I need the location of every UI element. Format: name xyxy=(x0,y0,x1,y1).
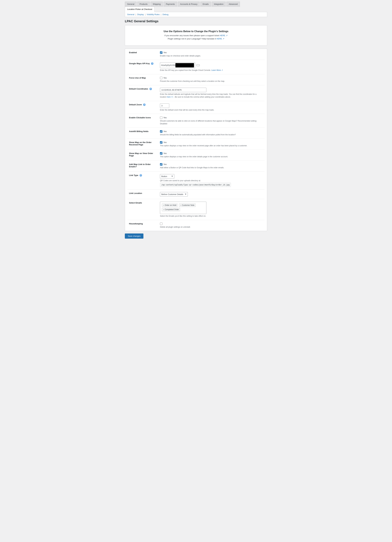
desc-link-type: QR Codes are saved to your uploads direc… xyxy=(160,179,263,187)
label-map-link-emails: Add Map Link to Order Emails? xyxy=(127,161,158,172)
row-housekeeping: Housekeeping Delete all plugin settings … xyxy=(127,220,265,231)
label-api-key: Google Maps API Key ? xyxy=(127,60,158,74)
checkbox-map-view-order-label: Yes xyxy=(163,152,167,154)
row-zoom: Default Zoom ? Enter the default zoom th… xyxy=(127,101,265,114)
settings-table: Enabled Yes Enable map on checkout and o… xyxy=(127,49,265,231)
desc-select-emails: Select the Emails you'd like this settin… xyxy=(160,215,263,217)
subnav-display[interactable]: Display xyxy=(137,13,144,16)
save-button[interactable]: Save changes xyxy=(125,233,143,238)
qr-path-display: /wp-content/uploads/lpac-qr-codes/year/m… xyxy=(160,183,231,187)
external-link-icon-2: ↗ xyxy=(223,38,224,40)
tag-completed-order[interactable]: × Completed Order xyxy=(162,208,180,211)
field-link-type: Button QR Code QR Codes are saved to you… xyxy=(158,172,265,190)
subnav-debug[interactable]: Debug xyxy=(163,13,168,16)
api-key-redacted xyxy=(175,63,194,67)
desc-housekeeping: Delete all plugin settings on uninstall. xyxy=(160,226,263,228)
label-link-location: Link Location xyxy=(127,190,158,199)
desc-zoom: Enter the default zoom that will be used… xyxy=(160,108,263,111)
help-icon-coordinates[interactable]: ? xyxy=(149,88,152,90)
tag-remove-customer-note[interactable]: × xyxy=(180,204,181,206)
coordinates-input[interactable] xyxy=(160,88,206,92)
tab-location-picker[interactable]: Location Picker at Checkout xyxy=(125,7,155,12)
row-map-order-received: Show Map on the Order Received Page Yes … xyxy=(127,139,265,150)
row-api-key: Google Maps API Key ? AIzaSyDyXUSN xyxy=(127,60,265,74)
info-box-line2: Plugin settings not in your Language? He… xyxy=(128,38,264,40)
external-link-icon-1: ↗ xyxy=(226,34,228,37)
api-key-show-button[interactable] xyxy=(196,64,200,66)
checkbox-clickable-icons[interactable] xyxy=(160,116,163,119)
support-link[interactable]: HERE ↗ xyxy=(220,34,228,37)
field-housekeeping: Delete all plugin settings on uninstall. xyxy=(158,220,265,231)
checkbox-force-map[interactable] xyxy=(160,77,163,79)
info-box: Use the Options Below to Change the Plug… xyxy=(125,25,267,46)
checkbox-autofill-label: Yes xyxy=(163,130,167,133)
sub-nav-sep-1: | xyxy=(136,13,136,16)
tab-advanced[interactable]: Advanced xyxy=(226,1,240,7)
field-map-link-emails: Yes Add either a Button or QR Code that … xyxy=(158,161,265,172)
desc-api-key: Enter the API key you copied from the Go… xyxy=(160,69,263,72)
label-zoom: Default Zoom ? xyxy=(127,101,158,114)
checkbox-enabled-label: Yes xyxy=(163,51,167,54)
row-enabled: Enabled Yes Enable map on checkout and o… xyxy=(127,49,265,60)
tag-remove-order-on-hold[interactable]: × xyxy=(163,204,164,206)
checkbox-housekeeping[interactable] xyxy=(160,222,163,225)
desc-coordinates: Enter the default latitude and logitude … xyxy=(160,93,263,98)
tag-customer-note[interactable]: × Customer Note xyxy=(179,204,196,207)
checkbox-map-view-order[interactable] xyxy=(160,152,163,155)
field-autofill: Yes Should the billing fields be automat… xyxy=(158,128,265,139)
tag-remove-completed-order[interactable]: × xyxy=(163,209,164,211)
api-key-combined-input: AIzaSyDyXUSN xyxy=(160,62,195,68)
checkbox-autofill[interactable] xyxy=(160,130,163,133)
api-key-prefix: AIzaSyDyXUSN xyxy=(161,64,175,66)
tab-shipping[interactable]: Shipping xyxy=(151,1,163,7)
subnav-visibility-rules[interactable]: Visibility Rules xyxy=(147,13,160,16)
checkbox-enabled[interactable] xyxy=(160,51,163,54)
help-icon-api-key[interactable]: ? xyxy=(151,62,153,65)
link-type-select[interactable]: Button QR Code xyxy=(160,174,174,179)
tab-emails[interactable]: Emails xyxy=(200,1,211,7)
tab-products[interactable]: Products xyxy=(137,1,150,7)
field-zoom: Enter the default zoom that will be used… xyxy=(158,101,265,114)
zoom-input[interactable] xyxy=(160,103,169,108)
tab-general[interactable]: General xyxy=(125,1,136,7)
tag-order-on-hold[interactable]: × Order on Hold xyxy=(162,204,178,207)
tab-accounts-privacy[interactable]: Accounts & Privacy xyxy=(178,1,200,7)
label-autofill: Autofill Billing fields xyxy=(127,128,158,139)
sub-navigation: General | Display | Visibility Rules | D… xyxy=(125,12,267,17)
sub-nav-sep-2: | xyxy=(145,13,145,16)
checkbox-clickable-icons-label: Yes xyxy=(163,116,167,119)
tab-integration[interactable]: Integration xyxy=(212,1,226,7)
tag-label-completed-order: Completed Order xyxy=(165,208,179,211)
row-clickable-icons: Enable Clickable Icons Yes Should custom… xyxy=(127,114,265,128)
help-icon-link-type[interactable]: ? xyxy=(140,174,142,177)
email-tags-container[interactable]: × Order on Hold × Customer Note × Comple… xyxy=(160,202,206,214)
field-force-map: Yes Prevent the customer from checking o… xyxy=(158,74,265,85)
tab-navigation: General Products Shipping Payments Accou… xyxy=(125,1,267,12)
translate-link[interactable]: HERE ↗ xyxy=(216,38,224,40)
label-map-view-order: Show Map on View Order Page xyxy=(127,150,158,161)
row-select-emails: Select Emails × Order on Hold × Customer… xyxy=(127,199,265,220)
desc-enabled: Enable map on checkout and order details… xyxy=(160,54,263,57)
row-link-location: Link Location Before Customer Details Af… xyxy=(127,190,265,199)
page-title: LPAC General Settings xyxy=(125,20,267,23)
sub-nav-sep-3: | xyxy=(161,13,161,16)
field-link-location: Before Customer Details After Customer D… xyxy=(158,190,265,199)
desc-map-link-emails: Add either a Button or QR Code that link… xyxy=(160,166,263,169)
help-icon-zoom[interactable]: ? xyxy=(143,103,146,106)
label-link-type: Link Type ? xyxy=(127,172,158,190)
learn-more-link[interactable]: Learn More ↗ xyxy=(211,69,223,71)
field-api-key: AIzaSyDyXUSN Enter the API key you copie… xyxy=(158,60,265,74)
checkbox-map-order-received-label: Yes xyxy=(163,141,167,143)
tab-payments[interactable]: Payments xyxy=(163,1,177,7)
label-select-emails: Select Emails xyxy=(127,199,158,220)
checkbox-map-link-emails-label: Yes xyxy=(163,163,167,165)
subnav-general[interactable]: General xyxy=(127,13,134,16)
checkbox-map-order-received[interactable] xyxy=(160,141,163,144)
desc-clickable-icons: Should customers be able to click on ico… xyxy=(160,119,263,125)
label-map-order-received: Show Map on the Order Received Page xyxy=(127,139,158,150)
desc-map-order-received: This option displays a map view on the o… xyxy=(160,144,263,147)
link-location-select[interactable]: Before Customer Details After Customer D… xyxy=(160,192,188,196)
field-enabled: Yes Enable map on checkout and order det… xyxy=(158,49,265,60)
checkbox-map-link-emails[interactable] xyxy=(160,163,163,166)
coordinates-here-link[interactable]: here >> xyxy=(167,96,173,98)
